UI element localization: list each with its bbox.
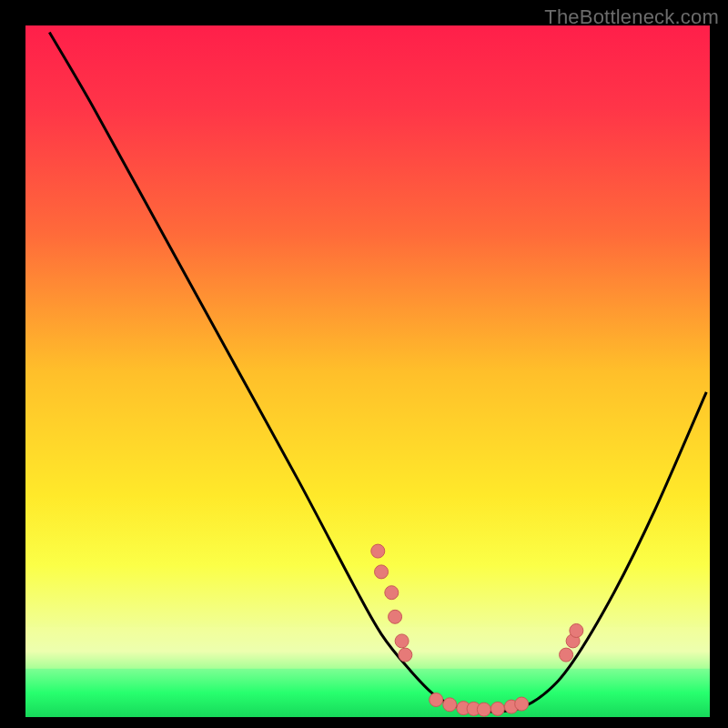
data-dot	[560, 648, 573, 662]
data-dot	[375, 565, 389, 579]
data-dot	[399, 648, 412, 662]
data-dot	[371, 544, 385, 558]
plot-area	[25, 25, 710, 717]
data-dot	[385, 586, 399, 600]
data-dot	[515, 697, 529, 711]
data-dot	[389, 610, 402, 623]
pale-band	[25, 627, 710, 669]
data-dot	[430, 693, 443, 707]
data-dot	[570, 624, 583, 638]
chart-stage: TheBottleneck.com	[0, 0, 728, 728]
data-dot	[490, 702, 504, 715]
data-dot	[443, 698, 457, 712]
data-dot	[395, 634, 409, 648]
data-dot	[477, 703, 490, 716]
chart-svg	[25, 25, 710, 717]
